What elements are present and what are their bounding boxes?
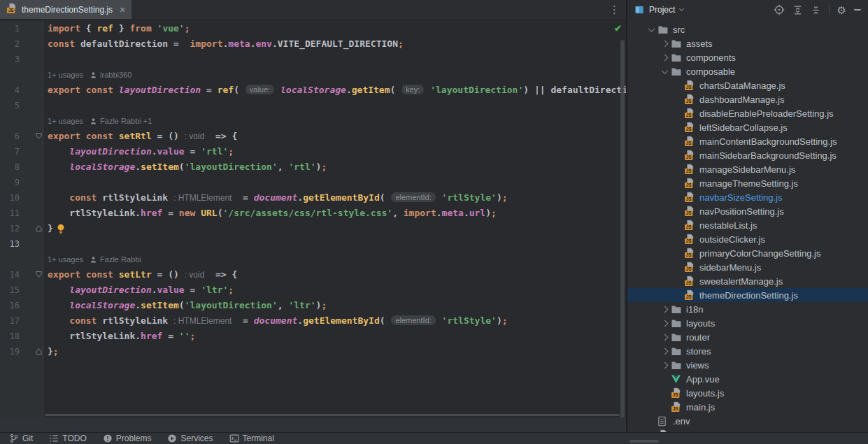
tree-item-disableEnablePreloaderSetting.js[interactable]: JSdisableEnablePreloaderSetting.js xyxy=(627,106,868,120)
fold-marker-icon[interactable] xyxy=(35,224,43,232)
author-name[interactable]: irabbi360 xyxy=(100,71,131,79)
tree-item-primaryColorChangeSetting.js[interactable]: JSprimaryColorChangeSetting.js xyxy=(627,246,868,260)
token: ref xyxy=(218,83,234,98)
chevron-down-icon[interactable] xyxy=(645,27,657,32)
toolwindow-button-problems[interactable]: Problems xyxy=(103,434,152,443)
collapse-all-icon[interactable] xyxy=(811,5,821,15)
toolwindow-button-terminal[interactable]: Terminal xyxy=(229,434,274,443)
toolwindow-button-services[interactable]: Services xyxy=(167,434,213,443)
chevron-right-icon[interactable] xyxy=(658,41,671,46)
token: '' xyxy=(179,329,190,344)
tree-item-mainSidebarBackgroundSetting.js[interactable]: JSmainSidebarBackgroundSetting.js xyxy=(627,148,868,162)
editor-horizontal-scrollbar[interactable] xyxy=(45,414,620,416)
chevron-right-icon[interactable] xyxy=(658,349,671,354)
inlay-usages-row: 1+ usagesFazle Rabbi xyxy=(0,252,626,267)
token: getItem xyxy=(352,83,390,98)
tree-item-label: mainContentBackgroundSetting.js xyxy=(699,136,837,147)
code-editor[interactable]: 1import { ref } from 'vue';2const defaul… xyxy=(0,20,626,417)
tree-item-composable[interactable]: composable xyxy=(627,64,868,78)
chevron-down-icon[interactable] xyxy=(658,69,671,74)
usages-hint[interactable]: 1+ usagesFazle Rabbi xyxy=(43,252,626,267)
gear-icon[interactable]: ⚙ xyxy=(837,5,846,15)
tree-item-manageThemeSetting.js[interactable]: JSmanageThemeSetting.js xyxy=(627,176,868,190)
usages-hint[interactable]: 1+ usagesirabbi360 xyxy=(43,67,626,83)
code-line-13: 13 xyxy=(0,236,626,252)
tree-item-.env[interactable]: .env xyxy=(627,414,868,428)
chevron-right-icon[interactable] xyxy=(658,321,671,326)
fold-marker-icon[interactable] xyxy=(35,271,43,278)
usages-hint[interactable]: 1+ usagesFazle Rabbi +1 xyxy=(43,113,626,129)
author-name[interactable]: Fazle Rabbi +1 xyxy=(100,117,152,125)
tree-item-App.vue[interactable]: App.vue xyxy=(627,372,868,386)
js-icon: JS xyxy=(684,220,698,231)
token xyxy=(80,129,86,144)
tree-item-leftSidebarCollapse.js[interactable]: JSleftSidebarCollapse.js xyxy=(627,120,868,134)
tree-item-main.js[interactable]: JSmain.js xyxy=(627,400,868,414)
usages-count[interactable]: 1+ usages xyxy=(48,255,83,264)
tree-item-views[interactable]: views xyxy=(627,358,868,372)
intention-bulb-icon[interactable] xyxy=(57,224,65,234)
svg-text:JS: JS xyxy=(673,392,679,397)
close-tab-icon[interactable]: × xyxy=(120,5,125,15)
editor-vertical-scrollbar[interactable] xyxy=(620,40,625,417)
tree-item-assets[interactable]: assets xyxy=(627,36,868,50)
editor-gutter-cell: 16 xyxy=(0,298,43,313)
js-icon: JS xyxy=(684,206,698,217)
token: = () xyxy=(152,267,185,282)
token: const xyxy=(69,190,97,206)
services-icon xyxy=(167,434,177,443)
chevron-right-icon[interactable] xyxy=(658,363,671,368)
panel-horizontal-scrollbar[interactable] xyxy=(629,440,659,443)
chevron-right-icon[interactable] xyxy=(658,335,671,340)
hide-panel-icon[interactable] xyxy=(854,9,861,10)
fold-marker-icon[interactable] xyxy=(35,348,43,355)
tree-item-navbarSizeSetting.js[interactable]: JSnavbarSizeSetting.js xyxy=(627,190,868,204)
tree-item-label: router xyxy=(686,332,710,343)
chevron-right-icon[interactable] xyxy=(658,55,671,60)
author-name[interactable]: Fazle Rabbi xyxy=(100,255,141,264)
tree-item-i18n[interactable]: i18n xyxy=(627,302,868,316)
token: ( xyxy=(218,206,223,221)
token xyxy=(425,83,430,98)
tree-item-layouts[interactable]: layouts xyxy=(627,316,868,330)
usages-count[interactable]: 1+ usages xyxy=(48,71,83,79)
tree-item-layouts.js[interactable]: JSlayouts.js xyxy=(627,386,868,400)
code-line-7: 7 layoutDirection.value = 'rtl'; xyxy=(0,144,626,159)
chevron-down-icon[interactable] xyxy=(679,6,684,11)
editor-gutter-cell: 14 xyxy=(0,267,43,282)
fold-marker-icon[interactable] xyxy=(35,132,43,140)
tree-item-manageSidebarMenu.js[interactable]: JSmanageSidebarMenu.js xyxy=(627,162,868,176)
tree-item-navPositionSetting.js[interactable]: JSnavPositionSetting.js xyxy=(627,204,868,218)
tree-item-themeDirectionSetting.js[interactable]: JSthemeDirectionSetting.js xyxy=(627,288,868,302)
tree-item-sweetalertManage.js[interactable]: JSsweetalertManage.js xyxy=(627,274,868,288)
env-icon xyxy=(657,416,671,427)
token: . xyxy=(436,206,442,221)
code-text: rtlStyleLink.href = new URL('/src/assets… xyxy=(43,206,626,221)
tree-item-outsideClicker.js[interactable]: JSoutsideClicker.js xyxy=(627,232,868,246)
js-icon: JS xyxy=(684,80,698,91)
tree-item-stores[interactable]: stores xyxy=(627,344,868,358)
project-panel-title[interactable]: Project xyxy=(649,5,675,15)
usages-count[interactable]: 1+ usages xyxy=(48,117,83,125)
locate-icon[interactable] xyxy=(774,4,785,15)
chevron-right-icon[interactable] xyxy=(658,307,671,312)
toolwindow-button-todo[interactable]: TODO xyxy=(49,434,86,443)
tree-item-dashboardManage.js[interactable]: JSdashboardManage.js xyxy=(627,92,868,106)
token: setLtr xyxy=(119,267,152,282)
tab-themeDirectionSetting[interactable]: JS themeDirectionSetting.js × xyxy=(0,0,131,19)
expand-all-icon[interactable] xyxy=(792,5,803,15)
tree-item-components[interactable]: components xyxy=(627,50,868,64)
tree-item-mainContentBackgroundSetting.js[interactable]: JSmainContentBackgroundSetting.js xyxy=(627,134,868,148)
token: from xyxy=(129,21,151,36)
line-number: 13 xyxy=(1,239,20,249)
editor-options-menu-icon[interactable]: ⋮ xyxy=(609,0,620,19)
tree-item-sidebarMenu.js[interactable]: JSsidebarMenu.js xyxy=(627,260,868,274)
tree-item-nestableList.js[interactable]: JSnestableList.js xyxy=(627,218,868,232)
tree-item-router[interactable]: router xyxy=(627,330,868,344)
toolwindow-button-git[interactable]: Git xyxy=(9,434,33,443)
token: defaultDirection xyxy=(80,36,168,52)
tree-item-chartsDataManage.js[interactable]: JSchartsDataManage.js xyxy=(627,78,868,92)
tree-item-src[interactable]: src xyxy=(627,22,868,36)
js-icon: JS xyxy=(684,178,698,189)
tree-item-label: chartsDataManage.js xyxy=(699,80,785,91)
